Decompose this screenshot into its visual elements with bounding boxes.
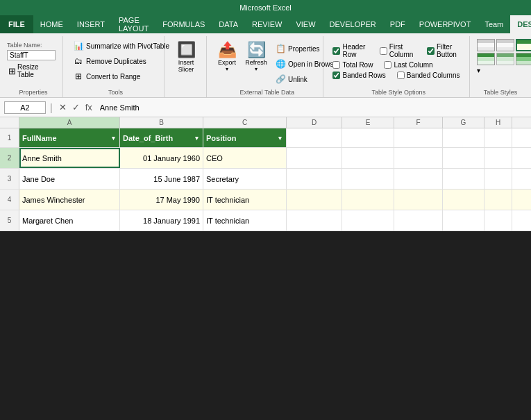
col-header-e[interactable]: E	[342, 117, 394, 128]
table-name-input[interactable]	[7, 50, 56, 60]
confirm-formula-btn[interactable]: ✓	[70, 101, 82, 113]
cell-c4[interactable]: IT technician	[203, 190, 287, 210]
cell-a4[interactable]: James Winchester	[19, 190, 120, 210]
cell-g3[interactable]	[443, 169, 484, 189]
first-column-option[interactable]: First Column	[378, 42, 418, 60]
banded-rows-checkbox[interactable]	[332, 72, 340, 79]
table-row: 5 Margaret Chen 18 January 1991 IT techn…	[0, 210, 531, 231]
cell-g4[interactable]	[443, 190, 484, 210]
convert-to-range-btn[interactable]: ⊞ Convert to Range	[70, 69, 143, 83]
tab-page-layout[interactable]: PAGE LAYOUT	[112, 15, 155, 33]
cell-a2[interactable]: Anne Smith	[19, 148, 120, 168]
cell-b2[interactable]: 01 January 1960	[120, 148, 203, 168]
col-header-d[interactable]: D	[287, 117, 342, 128]
tab-data[interactable]: DATA	[212, 15, 245, 33]
col-header-f[interactable]: F	[394, 117, 443, 128]
filter-a1[interactable]: ▾	[110, 134, 117, 142]
cell-g2[interactable]	[443, 148, 484, 168]
cell-d1[interactable]	[287, 128, 342, 147]
cell-f4[interactable]	[394, 190, 443, 210]
cell-d2[interactable]	[287, 148, 342, 168]
cell-g1[interactable]	[443, 128, 484, 147]
refresh-btn[interactable]: 🔄 Refresh ▾	[243, 39, 269, 74]
formula-input[interactable]	[97, 102, 527, 113]
table-style-2[interactable]	[496, 39, 514, 51]
cell-reference-input[interactable]	[4, 101, 46, 114]
export-btn[interactable]: 📤 Export ▾	[214, 39, 240, 74]
cell-a3[interactable]: Jane Doe	[19, 169, 120, 189]
col-header-a[interactable]: A	[19, 117, 120, 128]
col-header-b[interactable]: B	[120, 117, 203, 128]
table-style-5[interactable]	[516, 53, 531, 65]
cell-d5[interactable]	[287, 210, 342, 230]
table-name-label: Table Name:	[7, 42, 57, 49]
cell-h4[interactable]	[484, 190, 512, 210]
banded-columns-checkbox[interactable]	[397, 72, 405, 79]
filter-button-checkbox[interactable]	[427, 47, 435, 55]
cell-a1[interactable]: FullName ▾	[19, 128, 120, 147]
cell-b5[interactable]: 18 January 1991	[120, 210, 203, 230]
cell-g5[interactable]	[443, 210, 484, 230]
cell-e1[interactable]	[342, 128, 394, 147]
col-header-g[interactable]: G	[443, 117, 484, 128]
first-column-checkbox[interactable]	[380, 47, 387, 55]
cell-f3[interactable]	[394, 169, 443, 189]
summarize-pivottable-btn[interactable]: 📊 Summarize with PivotTable	[70, 39, 172, 53]
tab-file[interactable]: FILE	[0, 15, 33, 33]
cell-f1[interactable]	[394, 128, 443, 147]
banded-rows-option[interactable]: Banded Rows	[330, 70, 387, 81]
cell-h3[interactable]	[484, 169, 512, 189]
tab-developer[interactable]: DEVELOPER	[323, 15, 383, 33]
col-header-h[interactable]: H	[484, 117, 512, 128]
tab-pdf[interactable]: PDF	[383, 15, 412, 33]
filter-c1[interactable]: ▾	[277, 134, 283, 142]
cell-d4[interactable]	[287, 190, 342, 210]
cell-f5[interactable]	[394, 210, 443, 230]
cell-c2[interactable]: CEO	[203, 148, 287, 168]
cell-h1[interactable]	[484, 128, 512, 147]
tab-design[interactable]: DESIGN	[510, 15, 531, 33]
cell-e4[interactable]	[342, 190, 394, 210]
table-style-1[interactable]	[477, 39, 495, 51]
banded-columns-option[interactable]: Banded Columns	[395, 70, 462, 81]
table-style-4[interactable]	[496, 53, 514, 65]
cell-b4[interactable]: 17 May 1990	[120, 190, 203, 210]
tab-powerpivot[interactable]: POWERPIVOT	[412, 15, 478, 33]
resize-table-btn[interactable]: ⊞ Resize Table	[7, 62, 57, 80]
tab-team[interactable]: Team	[478, 15, 510, 33]
total-row-option[interactable]: Total Row	[330, 60, 375, 70]
header-row-option[interactable]: Header Row	[330, 42, 370, 60]
total-row-checkbox[interactable]	[332, 61, 340, 69]
cell-c3[interactable]: Secretary	[203, 169, 287, 189]
tab-insert[interactable]: INSERT	[70, 15, 112, 33]
cell-h5[interactable]	[484, 210, 512, 230]
cell-b3[interactable]: 15 June 1987	[120, 169, 203, 189]
tab-home[interactable]: HOME	[33, 15, 70, 33]
cell-a5[interactable]: Margaret Chen	[19, 210, 120, 230]
last-column-checkbox[interactable]	[384, 61, 391, 69]
cell-d3[interactable]	[287, 169, 342, 189]
tab-review[interactable]: REVIEW	[245, 15, 289, 33]
cell-e2[interactable]	[342, 148, 394, 168]
table-style-selected[interactable]	[516, 39, 531, 51]
insert-slicer-btn[interactable]: 🔲 InsertSlicer	[171, 39, 201, 75]
filter-b1[interactable]: ▾	[194, 134, 200, 142]
remove-duplicates-btn[interactable]: 🗂 Remove Duplicates	[70, 54, 149, 68]
cell-c5[interactable]: IT technician	[203, 210, 287, 230]
cell-f2[interactable]	[394, 148, 443, 168]
filter-button-option[interactable]: Filter Button	[425, 42, 464, 60]
table-style-dropdown[interactable]: ▾	[477, 67, 482, 74]
header-row-checkbox[interactable]	[332, 47, 340, 55]
tab-formulas[interactable]: FORMULAS	[155, 15, 212, 33]
cell-h2[interactable]	[484, 148, 512, 168]
last-column-option[interactable]: Last Column	[382, 60, 435, 70]
cell-e3[interactable]	[342, 169, 394, 189]
fx-btn[interactable]: fx	[83, 101, 94, 113]
table-style-3[interactable]	[477, 53, 495, 65]
col-header-c[interactable]: C	[203, 117, 287, 128]
tab-view[interactable]: VIEW	[289, 15, 322, 33]
cell-c1[interactable]: Position ▾	[203, 128, 287, 147]
cell-e5[interactable]	[342, 210, 394, 230]
cancel-formula-btn[interactable]: ✕	[57, 101, 69, 113]
cell-b1[interactable]: Date_of_Birth ▾	[120, 128, 203, 147]
